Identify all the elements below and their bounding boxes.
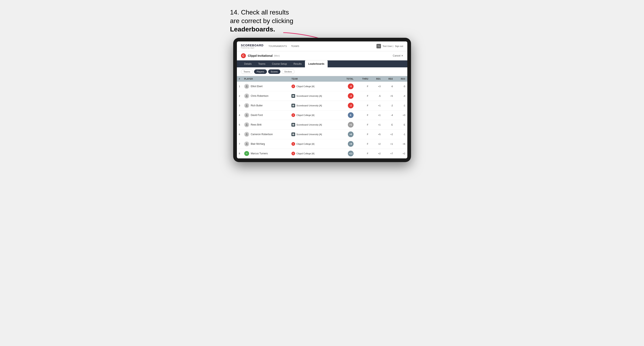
col-rd1: RD1 (370, 76, 382, 82)
player-avatar (244, 103, 249, 108)
rd2-value: +2 (382, 129, 395, 139)
rd2-value: +1 (382, 139, 395, 149)
tab-leaderboards[interactable]: Leaderboards (305, 60, 328, 67)
rd3-value: -5 (395, 82, 407, 91)
team-cell: Scoreboard University [A] (290, 101, 339, 110)
thru-value: F (356, 129, 370, 139)
sub-header: C Clippd Invitational (Men) Cancel ✕ (237, 51, 407, 60)
player-name: Cameron Robertson (251, 133, 273, 136)
team-icon-scoreboard (292, 133, 295, 136)
user-area: TU Test User | Sign out (376, 44, 403, 48)
rd3-value: +6 (395, 139, 407, 149)
player-avatar (244, 142, 249, 146)
score-badge: +9 (348, 141, 354, 147)
col-rank: # (237, 76, 242, 82)
total-score: -4 (340, 91, 356, 101)
team-icon-scoreboard (292, 94, 295, 98)
rd3-value: +2 (395, 149, 407, 158)
total-score: +11 (340, 149, 356, 158)
team-name: Clippd College [A] (296, 143, 314, 145)
tournament-name: Clippd Invitational (248, 54, 273, 57)
rd1-value: +1 (370, 101, 382, 110)
user-avatar: TU (376, 44, 381, 48)
rd3-value: +3 (395, 110, 407, 120)
score-badge: -4 (348, 93, 354, 99)
col-total: TOTAL (340, 76, 356, 82)
rd2-value: +7 (382, 149, 395, 158)
rd2-value: -4 (382, 110, 395, 120)
rd2-value: -6 (382, 82, 395, 91)
rank-number: 4 (237, 110, 242, 120)
rank-number: 2 (237, 91, 242, 101)
svg-rect-13 (292, 125, 294, 125)
nav-teams[interactable]: TEAMS (291, 44, 299, 48)
rd1-value: -5 (370, 91, 382, 101)
tab-details[interactable]: Details (241, 60, 255, 67)
player-name: Chris Robertson (251, 95, 268, 97)
player-cell: David Ford (242, 110, 290, 120)
total-score: -2 (340, 101, 356, 110)
tab-bar: Details Teams Course Setup Results Leade… (237, 60, 407, 67)
rd2-value: -2 (382, 101, 395, 110)
team-name: Scoreboard University [A] (296, 95, 322, 97)
rank-number: 7 (237, 139, 242, 149)
score-badge: E (348, 112, 354, 118)
svg-rect-18 (292, 135, 294, 135)
nav-links: TOURNAMENTS TEAMS (268, 44, 376, 48)
instruction-text: 14. Check all results are correct by cli… (230, 8, 308, 34)
tournament-badge: (Men) (274, 54, 280, 57)
filter-teams[interactable]: Teams (241, 69, 253, 74)
player-name: David Ford (251, 114, 263, 117)
score-badge: -2 (348, 103, 354, 108)
tablet-device: SCOREBOARD Powered by clippd TOURNAMENTS… (233, 38, 411, 162)
player-cell: Cameron Robertson (242, 129, 290, 139)
filter-bar: Teams Players Scores Strokes (237, 67, 407, 76)
thru-value: F (356, 110, 370, 120)
team-name: Scoreboard University [A] (296, 104, 322, 107)
player-avatar (244, 94, 249, 98)
total-score: +1 (340, 120, 356, 129)
total-score: -8 (340, 82, 356, 91)
svg-rect-12 (292, 124, 294, 124)
rd2-value: +5 (382, 91, 395, 101)
rd1-value: +3 (370, 82, 382, 91)
filter-scores[interactable]: Scores (268, 69, 280, 74)
tournament-icon: C (241, 53, 246, 58)
tab-teams[interactable]: Teams (255, 60, 268, 67)
team-cell: C Clippd College [A] (290, 82, 339, 91)
team-cell: C Clippd College [A] (290, 149, 339, 158)
team-name: Scoreboard University [A] (296, 133, 322, 136)
player-avatar (244, 84, 249, 89)
col-thru: THRU (356, 76, 370, 82)
table-row: 3 Rich Butler Scoreboard University [A] … (237, 101, 407, 110)
rd1-value: +1 (370, 120, 382, 129)
rd1-value: +5 (370, 129, 382, 139)
rd3-value: -1 (395, 129, 407, 139)
filter-strokes[interactable]: Strokes (282, 69, 294, 74)
player-cell: Rich Butler (242, 101, 290, 110)
cancel-button[interactable]: Cancel ✕ (393, 54, 403, 57)
rd3-value: -1 (395, 101, 407, 110)
leaderboard-table: # PLAYER TEAM TOTAL THRU RD1 RD2 RD3 1 (237, 76, 407, 159)
player-name: Rees Britt (251, 123, 262, 126)
player-name: Marcus Turners (251, 152, 268, 155)
col-rd2: RD2 (382, 76, 395, 82)
rank-number: 3 (237, 101, 242, 110)
rd1-value: +2 (370, 139, 382, 149)
sign-out-link[interactable]: Sign out (395, 45, 403, 47)
table-row: 2 Chris Robertson Scoreboard University … (237, 91, 407, 101)
team-name: Clippd College [A] (296, 114, 314, 116)
tab-course-setup[interactable]: Course Setup (269, 60, 290, 67)
svg-rect-7 (292, 105, 294, 105)
team-cell: C Clippd College [A] (290, 110, 339, 120)
total-score: +6 (340, 129, 356, 139)
thru-value: F (356, 101, 370, 110)
table-row: 7 Blair McHarg C Clippd College [A] +9 F… (237, 139, 407, 149)
player-avatar (244, 132, 249, 137)
nav-tournaments[interactable]: TOURNAMENTS (268, 44, 287, 48)
team-icon-scoreboard (292, 104, 295, 107)
player-cell: Blair McHarg (242, 139, 290, 149)
team-cell: Scoreboard University [A] (290, 129, 339, 139)
filter-players[interactable]: Players (254, 69, 267, 74)
tab-results[interactable]: Results (290, 60, 305, 67)
